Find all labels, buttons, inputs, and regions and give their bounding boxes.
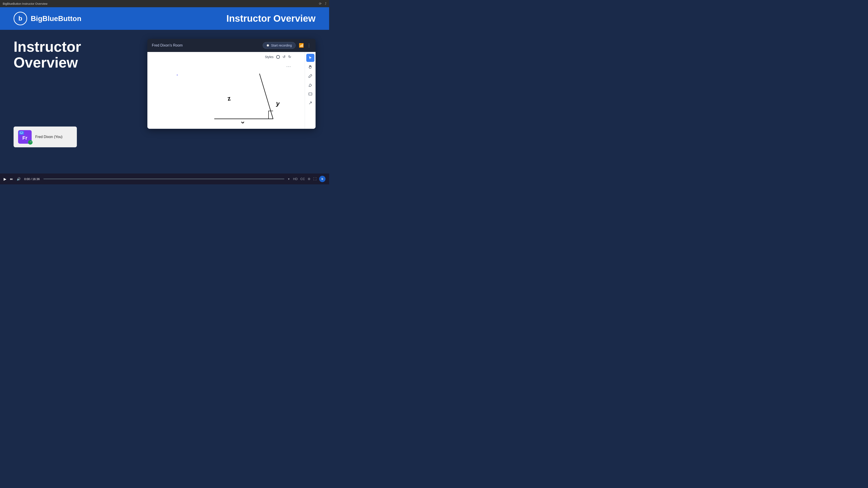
- settings-button[interactable]: ⚙: [308, 177, 311, 181]
- browser-icons: ⟳ ⤴: [319, 2, 327, 5]
- user-avatar: Fr 🎤: [18, 130, 32, 144]
- browser-title: BigBlueButton Instructor Overview: [3, 2, 48, 5]
- main-content: Instructor Overview Fr 🎤 Fred Dix: [0, 30, 329, 156]
- share-icon[interactable]: ⤴: [325, 2, 327, 5]
- logo-text: BigBlueButton: [31, 14, 81, 23]
- whiteboard-wrapper: Styles ↺ ↻ ...: [147, 52, 315, 129]
- whiteboard-area[interactable]: Styles ↺ ↻ ...: [147, 52, 305, 129]
- left-column: Instructor Overview Fr 🎤 Fred Dix: [13, 39, 134, 147]
- whiteboard-toolbar-top: Styles ↺ ↻: [265, 55, 291, 59]
- bbb-controls-right: Start recording 📶 ⋮: [263, 42, 311, 49]
- bbb-window: Fred Dixon's Room Start recording 📶 ⋮ St…: [147, 39, 315, 129]
- undo-button[interactable]: ↺: [283, 55, 285, 59]
- more-menu-icon[interactable]: ⋮: [307, 43, 311, 48]
- more-dots[interactable]: ...: [286, 63, 291, 68]
- chevron-down-icon[interactable]: ▾: [288, 177, 289, 181]
- rectangle-tool-button[interactable]: [306, 90, 314, 98]
- bbb-logo: b: [13, 12, 27, 25]
- style-circle[interactable]: [276, 55, 280, 59]
- pencil-tool-button[interactable]: [306, 72, 314, 80]
- svg-text:y: y: [276, 100, 280, 107]
- triangle-drawing: z y x: [214, 69, 291, 124]
- hand-tool-button[interactable]: [306, 63, 314, 71]
- mic-badge: 🎤: [28, 140, 33, 144]
- browser-bar: BigBlueButton Instructor Overview ⟳ ⤴: [0, 0, 329, 7]
- redo-button[interactable]: ↻: [288, 55, 291, 59]
- header-title: Instructor Overview: [226, 13, 315, 24]
- logo-area: b BigBlueButton: [13, 12, 81, 25]
- right-toolbar: [305, 52, 315, 129]
- arrow-tool-button[interactable]: [306, 99, 314, 107]
- user-card: Fr 🎤 Fred Dixon (You): [13, 127, 77, 147]
- quality-button[interactable]: HD: [293, 177, 298, 181]
- instructor-heading: Instructor Overview: [13, 39, 134, 71]
- signal-icon[interactable]: 📶: [299, 43, 304, 48]
- svg-rect-0: [20, 132, 23, 133]
- subtitles-button[interactable]: CC: [301, 177, 305, 181]
- whiteboard-dot: [177, 74, 178, 75]
- play-button[interactable]: ▶: [4, 177, 6, 181]
- eraser-tool-button[interactable]: [306, 81, 314, 89]
- skip-button[interactable]: ⏭: [10, 177, 13, 181]
- record-dot: [267, 44, 269, 47]
- bbb-topbar: Fred Dixon's Room Start recording 📶 ⋮: [147, 39, 315, 52]
- history-icon[interactable]: ⟳: [319, 2, 322, 5]
- progress-bar[interactable]: [43, 178, 284, 180]
- cursor-tool-button[interactable]: [306, 54, 314, 62]
- heading-line2: Overview: [13, 55, 78, 71]
- record-button[interactable]: Start recording: [263, 42, 296, 49]
- time-display: 0:00 / 16:36: [24, 177, 40, 181]
- right-column: Fred Dixon's Room Start recording 📶 ⋮ St…: [147, 39, 315, 129]
- user-name: Fred Dixon (You): [35, 135, 62, 139]
- heading-line1: Instructor: [13, 39, 81, 55]
- svg-rect-6: [309, 93, 312, 95]
- record-label: Start recording: [271, 43, 292, 47]
- right-controls: HD CC ⚙ ⛶ b: [293, 176, 326, 182]
- svg-text:z: z: [227, 95, 231, 102]
- bbb-corner-logo: b: [319, 176, 326, 182]
- styles-label: Styles: [265, 55, 274, 59]
- logo-letter: b: [18, 15, 22, 22]
- avatar-initials: Fr: [22, 135, 27, 141]
- volume-button[interactable]: 🔊: [17, 177, 21, 181]
- header-banner: b BigBlueButton Instructor Overview: [0, 7, 329, 30]
- screen-share-icon: [19, 131, 24, 135]
- room-name: Fred Dixon's Room: [152, 43, 183, 47]
- svg-text:x: x: [241, 120, 245, 123]
- fullscreen-button[interactable]: ⛶: [313, 177, 316, 181]
- video-bottom-bar: ▶ ⏭ 🔊 0:00 / 16:36 ▾ HD CC ⚙ ⛶ b: [0, 173, 329, 184]
